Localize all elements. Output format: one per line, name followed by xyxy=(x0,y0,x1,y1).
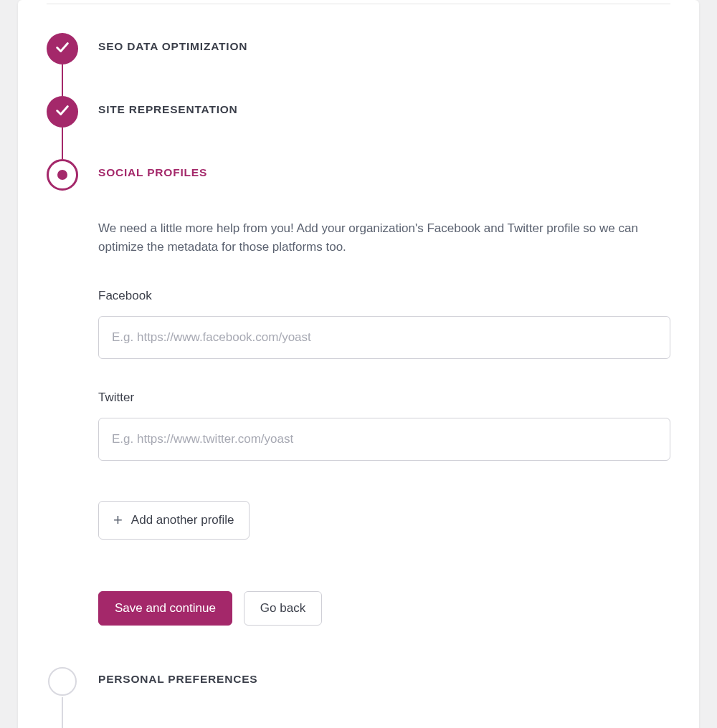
step-site: SITE REPRESENTATION xyxy=(47,96,670,159)
connector xyxy=(62,697,63,728)
check-icon xyxy=(54,39,70,58)
action-row: Save and continue Go back xyxy=(98,591,670,626)
add-profile-label: Add another profile xyxy=(131,513,234,527)
step-seo-title: SEO DATA OPTIMIZATION xyxy=(98,40,670,53)
step-personal: PERSONAL PREFERENCES xyxy=(47,666,670,728)
twitter-label: Twitter xyxy=(98,391,670,405)
step-site-title: SITE REPRESENTATION xyxy=(98,103,670,116)
step-social: SOCIAL PROFILES We need a little more he… xyxy=(47,159,670,666)
step-seo-badge[interactable] xyxy=(47,33,78,64)
facebook-input[interactable] xyxy=(98,316,670,359)
step-site-badge[interactable] xyxy=(47,96,78,128)
active-dot-icon xyxy=(57,170,67,180)
facebook-field-group: Facebook xyxy=(98,289,670,359)
twitter-field-group: Twitter xyxy=(98,391,670,461)
stepper: SEO DATA OPTIMIZATION SITE REPRESENTATIO… xyxy=(47,33,670,728)
plus-icon: + xyxy=(113,512,123,528)
social-intro-text: We need a little more help from you! Add… xyxy=(98,219,670,257)
connector xyxy=(62,64,63,96)
step-social-badge[interactable] xyxy=(47,159,78,191)
save-continue-button[interactable]: Save and continue xyxy=(98,591,232,626)
twitter-input[interactable] xyxy=(98,418,670,461)
step-seo: SEO DATA OPTIMIZATION xyxy=(47,33,670,96)
wizard-card: SEO DATA OPTIMIZATION SITE REPRESENTATIO… xyxy=(18,0,699,728)
step-personal-badge[interactable] xyxy=(48,667,77,696)
check-icon xyxy=(54,102,70,121)
add-profile-button[interactable]: + Add another profile xyxy=(98,501,250,540)
facebook-label: Facebook xyxy=(98,289,670,303)
step-personal-title: PERSONAL PREFERENCES xyxy=(98,673,670,686)
divider xyxy=(47,4,670,4)
connector xyxy=(62,128,63,159)
go-back-button[interactable]: Go back xyxy=(244,591,322,626)
step-social-title: SOCIAL PROFILES xyxy=(98,166,670,179)
